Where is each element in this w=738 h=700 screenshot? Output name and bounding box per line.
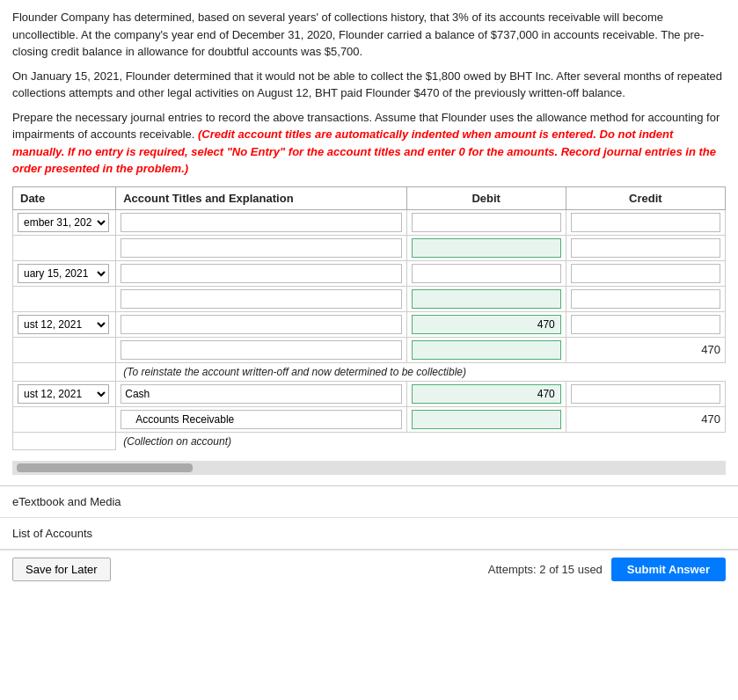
credit-input-2b[interactable] bbox=[571, 289, 720, 309]
date-select-3[interactable]: ust 12, 2021 August 12, 2021 bbox=[18, 315, 109, 334]
debit-input-2b[interactable] bbox=[412, 289, 561, 309]
credit-cell-1b bbox=[566, 235, 725, 260]
paragraph2: On January 15, 2021, Flounder determined… bbox=[12, 68, 726, 102]
debit-cell-1b bbox=[406, 235, 566, 260]
debit-input-3b[interactable] bbox=[412, 340, 561, 360]
credit-input-2a[interactable] bbox=[571, 264, 720, 283]
bottom-section: eTextbook and Media List of Accounts Sav… bbox=[0, 485, 738, 588]
submit-button[interactable]: Submit Answer bbox=[611, 558, 726, 581]
account-cell-2a bbox=[116, 260, 406, 286]
debit-cell-2b bbox=[406, 286, 566, 311]
date-spacer-4 bbox=[13, 406, 116, 432]
debit-input-4a[interactable] bbox=[412, 384, 561, 404]
account-cell-4a bbox=[116, 381, 406, 406]
debit-input-2a[interactable] bbox=[412, 264, 561, 283]
table-row: uary 15, 2021 January 15, 2021 bbox=[13, 260, 726, 286]
debit-cell-3a bbox=[406, 311, 566, 337]
note-3: (To reinstate the account written-off an… bbox=[116, 362, 726, 381]
etextbook-link[interactable]: eTextbook and Media bbox=[0, 486, 738, 518]
debit-input-4b[interactable] bbox=[412, 410, 561, 429]
date-select-4[interactable]: ust 12, 2021 August 12, 2021 bbox=[18, 384, 109, 404]
account-input-2b[interactable] bbox=[121, 289, 401, 309]
credit-input-1a[interactable] bbox=[571, 213, 720, 232]
credit-cell-2a bbox=[566, 260, 725, 286]
date-spacer-1 bbox=[13, 235, 116, 260]
horizontal-scrollbar[interactable] bbox=[12, 461, 726, 475]
debit-cell-1a bbox=[406, 209, 566, 235]
credit-input-1b[interactable] bbox=[571, 238, 720, 258]
credit-cell-2b bbox=[566, 286, 725, 311]
journal-table: Date Account Titles and Explanation Debi… bbox=[12, 186, 726, 451]
table-row-note: (To reinstate the account written-off an… bbox=[13, 362, 726, 381]
debit-input-1b[interactable] bbox=[412, 238, 561, 258]
account-cell-2b bbox=[116, 286, 406, 311]
date-spacer-2 bbox=[13, 286, 116, 311]
date-cell-3: ust 12, 2021 August 12, 2021 bbox=[13, 311, 116, 337]
credit-val-4b: 470 bbox=[566, 406, 725, 432]
note-4: (Collection on account) bbox=[116, 432, 726, 450]
note-spacer-3 bbox=[13, 362, 116, 381]
table-row-note: (Collection on account) bbox=[13, 432, 726, 450]
account-cell-3b bbox=[116, 337, 406, 362]
date-select-1[interactable]: ember 31, 2020 December 31, 2020 bbox=[18, 213, 109, 232]
table-row bbox=[13, 286, 726, 311]
account-cell-4b bbox=[116, 406, 406, 432]
debit-cell-3b bbox=[406, 337, 566, 362]
date-cell-1: ember 31, 2020 December 31, 2020 bbox=[13, 209, 116, 235]
table-row: ust 12, 2021 August 12, 2021 bbox=[13, 381, 726, 406]
credit-val-3b: 470 bbox=[566, 337, 725, 362]
account-cell-3a bbox=[116, 311, 406, 337]
credit-cell-3a bbox=[566, 311, 725, 337]
debit-cell-4a bbox=[406, 381, 566, 406]
scrollbar-thumb[interactable] bbox=[17, 463, 193, 472]
header-credit: Credit bbox=[566, 186, 725, 209]
paragraph1: Flounder Company has determined, based o… bbox=[12, 9, 726, 61]
account-input-4b[interactable] bbox=[121, 410, 401, 429]
list-of-accounts-link[interactable]: List of Accounts bbox=[0, 518, 738, 550]
debit-input-1a[interactable] bbox=[412, 213, 561, 232]
account-cell-1a bbox=[116, 209, 406, 235]
date-select-2[interactable]: uary 15, 2021 January 15, 2021 bbox=[18, 264, 109, 283]
date-cell-2: uary 15, 2021 January 15, 2021 bbox=[13, 260, 116, 286]
credit-input-4a[interactable] bbox=[571, 384, 720, 404]
table-row: ember 31, 2020 December 31, 2020 bbox=[13, 209, 726, 235]
debit-cell-2a bbox=[406, 260, 566, 286]
debit-input-3a[interactable] bbox=[412, 315, 561, 334]
header-date: Date bbox=[13, 186, 116, 209]
account-input-3b[interactable] bbox=[121, 340, 401, 360]
account-input-1a[interactable] bbox=[121, 213, 401, 232]
credit-cell-4a bbox=[566, 381, 725, 406]
table-row: 470 bbox=[13, 337, 726, 362]
header-debit: Debit bbox=[406, 186, 566, 209]
account-input-4a[interactable] bbox=[121, 384, 401, 404]
paragraph3: Prepare the necessary journal entries to… bbox=[12, 109, 726, 178]
account-cell-1b bbox=[116, 235, 406, 260]
table-row bbox=[13, 235, 726, 260]
footer-right: Attempts: 2 of 15 used Submit Answer bbox=[488, 558, 726, 581]
save-button[interactable]: Save for Later bbox=[12, 558, 111, 581]
attempts-label: Attempts: 2 of 15 used bbox=[488, 563, 603, 576]
table-row: 470 bbox=[13, 406, 726, 432]
table-row: ust 12, 2021 August 12, 2021 bbox=[13, 311, 726, 337]
account-input-3a[interactable] bbox=[121, 315, 401, 334]
credit-input-3a[interactable] bbox=[571, 315, 720, 334]
account-input-2a[interactable] bbox=[121, 264, 401, 283]
account-input-1b[interactable] bbox=[121, 238, 401, 258]
date-cell-4: ust 12, 2021 August 12, 2021 bbox=[13, 381, 116, 406]
date-spacer-3 bbox=[13, 337, 116, 362]
debit-cell-4b bbox=[406, 406, 566, 432]
note-spacer-4 bbox=[13, 432, 116, 450]
footer-bar: Save for Later Attempts: 2 of 15 used Su… bbox=[0, 550, 738, 588]
credit-cell-1a bbox=[566, 209, 725, 235]
header-account: Account Titles and Explanation bbox=[116, 186, 406, 209]
